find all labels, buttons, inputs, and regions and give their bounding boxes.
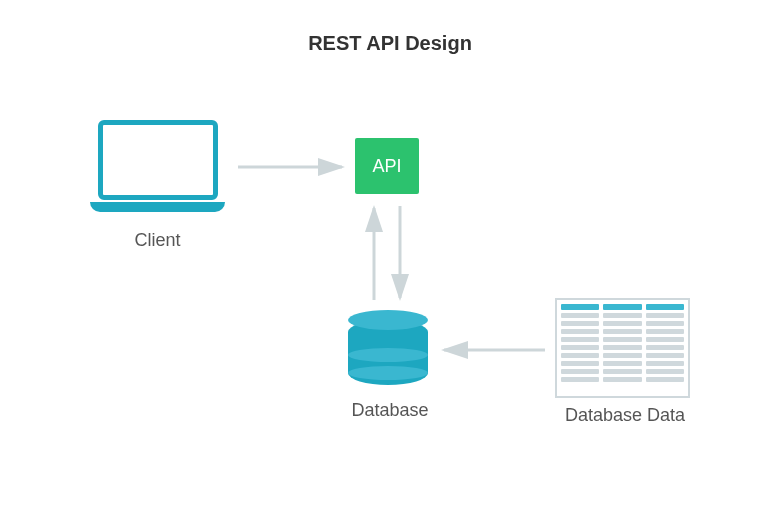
diagram-arrows bbox=[0, 0, 780, 510]
diagram-title: REST API Design bbox=[0, 32, 780, 55]
data-column-icon bbox=[561, 304, 599, 392]
laptop-icon bbox=[98, 120, 218, 200]
database-node bbox=[348, 310, 428, 390]
api-node: API bbox=[355, 138, 419, 194]
database-label: Database bbox=[320, 400, 460, 421]
data-column-icon bbox=[603, 304, 641, 392]
data-column-icon bbox=[646, 304, 684, 392]
database-band-icon bbox=[348, 366, 428, 380]
client-node bbox=[90, 120, 225, 220]
data-label: Database Data bbox=[540, 405, 710, 426]
client-label: Client bbox=[90, 230, 225, 251]
database-band-icon bbox=[348, 348, 428, 362]
database-top-icon bbox=[348, 310, 428, 330]
data-node bbox=[555, 298, 690, 398]
laptop-base-icon bbox=[90, 202, 225, 212]
